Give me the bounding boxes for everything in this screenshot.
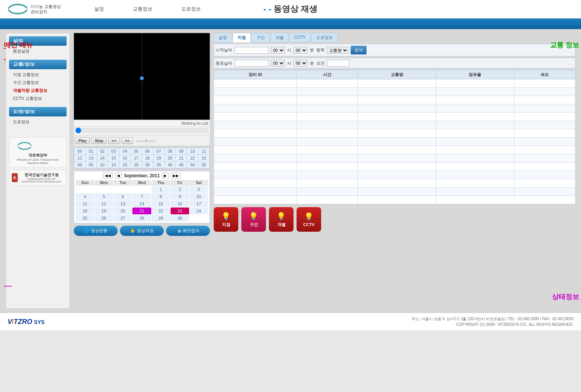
cal-day-6[interactable]: 6 — [113, 193, 132, 200]
search-button[interactable]: 검색 — [351, 46, 367, 54]
video-convert-button[interactable]: 🌐 영상변환 — [74, 226, 118, 236]
cal-day-1[interactable]: 1 — [152, 186, 170, 193]
cal-day-9[interactable]: 9 — [171, 193, 189, 200]
nav-settings[interactable]: 설정 — [91, 4, 107, 14]
cal-day-8[interactable]: 8 — [152, 193, 170, 200]
cal-prev-prev-button[interactable]: ◀◀ — [103, 173, 113, 178]
cal-day-19[interactable]: 19 — [95, 208, 113, 214]
time-cell-m40[interactable]: 40 — [165, 161, 176, 168]
prev-button[interactable]: << — [108, 137, 120, 144]
cal-day-27[interactable]: 27 — [113, 215, 132, 222]
status-btn-cctv[interactable]: 💡 CCTV — [297, 207, 321, 232]
time-cell-13[interactable]: 13 — [85, 155, 97, 161]
time-cell-01[interactable]: 01 — [85, 148, 97, 155]
status-btn-section[interactable]: 💡 구간 — [241, 207, 266, 232]
end-hour-select[interactable]: 00 — [271, 60, 285, 67]
cal-day-12[interactable]: 12 — [95, 200, 113, 207]
tab-settings[interactable]: 설정 — [214, 33, 232, 42]
time-cell-19[interactable]: 19 — [153, 155, 165, 161]
tab-road-info[interactable]: 도로정보 — [311, 33, 338, 42]
time-cell-22[interactable]: 22 — [187, 155, 198, 161]
stop-button[interactable]: Stop — [91, 137, 107, 144]
video-save-button[interactable]: ✋ 영상저장 — [120, 226, 164, 236]
cal-day-11[interactable]: 11 — [76, 200, 94, 207]
cal-day-30[interactable]: 30 — [171, 215, 189, 222]
time-cell-18[interactable]: 18 — [142, 155, 153, 161]
time-cell-21[interactable]: 21 — [176, 155, 187, 161]
end-min-select[interactable]: 00 — [294, 60, 308, 67]
cal-day-2[interactable]: 2 — [171, 186, 189, 193]
time-slider[interactable] — [75, 127, 208, 133]
time-cell-m05[interactable]: 05 — [85, 161, 97, 168]
cal-day-15[interactable]: 15 — [152, 200, 170, 207]
cal-day-22[interactable]: 22 — [152, 208, 170, 214]
time-cell-m15[interactable]: 15 — [108, 161, 119, 168]
cal-day-10[interactable]: 10 — [190, 193, 208, 200]
nav-road-info[interactable]: 도로정보 — [178, 4, 204, 14]
time-cell-10[interactable]: 10 — [187, 148, 198, 155]
cal-day-20[interactable]: 20 — [113, 208, 132, 214]
time-cell-14[interactable]: 14 — [97, 155, 108, 161]
time-cell-04[interactable]: 04 — [119, 148, 130, 155]
time-cell-05[interactable]: 05 — [130, 148, 142, 155]
time-cell-m50[interactable]: 50 — [187, 161, 198, 168]
cal-day-23[interactable]: 23 — [171, 208, 189, 214]
time-cell-02[interactable]: 02 — [97, 148, 108, 155]
time-cell-08[interactable]: 08 — [165, 148, 176, 155]
status-btn-individual[interactable]: 💡 개별 — [269, 207, 294, 232]
time-cell-03[interactable]: 03 — [108, 148, 119, 155]
time-cell-m25[interactable]: 25 — [130, 161, 142, 168]
cal-day-13[interactable]: 13 — [113, 200, 132, 207]
screen-capture-button[interactable]: 🖥 화면캡처 — [166, 226, 210, 236]
item-select[interactable]: 교통량 — [327, 47, 348, 54]
cal-day-18[interactable]: 18 — [76, 208, 94, 214]
cal-day-17[interactable]: 17 — [190, 200, 208, 207]
sidebar-item-road-info[interactable]: 도로정보 — [9, 118, 67, 126]
time-cell-m45[interactable]: 45 — [176, 161, 187, 168]
end-date-input[interactable] — [235, 60, 269, 67]
cal-next-button[interactable]: ▶ — [162, 173, 169, 178]
time-cell-m20[interactable]: 20 — [119, 161, 130, 168]
cal-day-24[interactable]: 24 — [190, 208, 208, 214]
cal-day-26[interactable]: 26 — [95, 215, 113, 222]
tab-section[interactable]: 구간 — [252, 33, 270, 42]
cal-day-7[interactable]: 7 — [132, 193, 151, 200]
condition-input[interactable] — [327, 60, 350, 67]
sidebar-item-section-traffic[interactable]: 구간 교통정보 — [9, 79, 67, 87]
cal-day-5[interactable]: 5 — [95, 193, 113, 200]
time-cell-00[interactable]: 00 — [74, 148, 85, 155]
cal-day-16[interactable]: 16 — [171, 200, 189, 207]
sidebar-btn-traffic[interactable]: 교/통/정/보 — [9, 60, 67, 69]
time-cell-m30[interactable]: 30 — [142, 161, 153, 168]
status-btn-point[interactable]: 💡 지점 — [214, 207, 238, 232]
time-cell-20[interactable]: 20 — [165, 155, 176, 161]
sidebar-item-point-traffic[interactable]: 지점 교통정보 — [9, 71, 67, 79]
time-cell-09[interactable]: 09 — [176, 148, 187, 155]
time-cell-17[interactable]: 17 — [130, 155, 142, 161]
sidebar-item-individual-traffic[interactable]: 개별차량 교통정보 — [9, 87, 67, 95]
sidebar-btn-road[interactable]: 도/로/정/보 — [9, 107, 67, 116]
cal-day-14[interactable]: 14 — [132, 200, 151, 207]
start-date-input[interactable] — [235, 47, 269, 54]
time-cell-m00[interactable]: 00 — [74, 161, 85, 168]
play-button[interactable]: Play — [75, 137, 90, 144]
time-cell-12[interactable]: 12 — [74, 155, 85, 161]
tab-cctv[interactable]: CCTV — [289, 33, 311, 42]
next-button[interactable]: >> — [121, 137, 133, 144]
time-cell-m55[interactable]: 55 — [198, 161, 210, 168]
time-cell-23[interactable]: 23 — [198, 155, 210, 161]
cal-day-29[interactable]: 29 — [152, 215, 170, 222]
time-cell-06[interactable]: 06 — [142, 148, 153, 155]
cal-day-21[interactable]: 21 — [132, 208, 151, 214]
tab-point[interactable]: 지점 — [233, 33, 251, 42]
cal-day-25[interactable]: 25 — [76, 215, 94, 222]
time-cell-16[interactable]: 16 — [119, 155, 130, 161]
tab-individual[interactable]: 개별 — [270, 33, 289, 42]
cal-day-4[interactable]: 4 — [76, 193, 94, 200]
cal-next-next-button[interactable]: ▶▶ — [171, 173, 181, 178]
time-cell-11[interactable]: 11 — [198, 148, 210, 155]
time-cell-m35[interactable]: 35 — [153, 161, 165, 168]
time-cell-15[interactable]: 15 — [108, 155, 119, 161]
cal-prev-button[interactable]: ◀ — [115, 173, 122, 178]
start-hour-select[interactable]: 00 — [271, 47, 285, 54]
